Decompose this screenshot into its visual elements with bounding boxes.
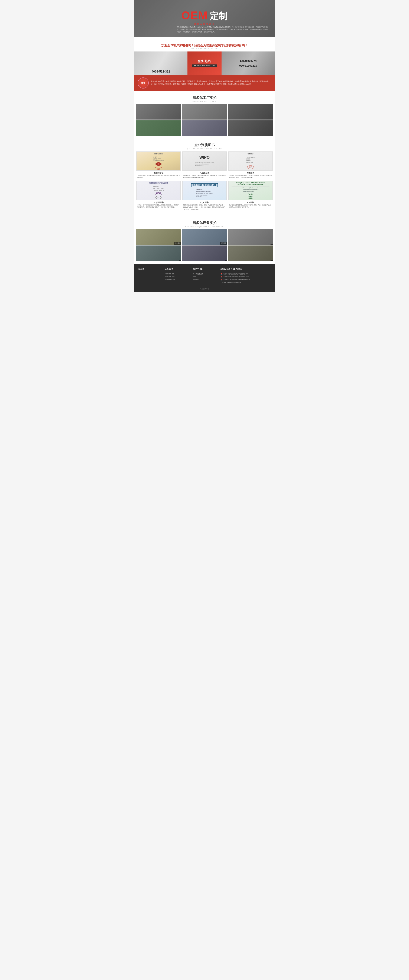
welcome-section: 欢迎全球客户来电咨询！我们会为您量身定制专业的功放和音响！ WELCOME TO… [134, 37, 275, 75]
cert-label-ma: 马德里证书 [200, 172, 209, 175]
phone-right-block: 13625816774 020-81301219 [222, 51, 275, 75]
footer-col-address: SERVICE ADDRESS 📍 门店1：杭州滨江区闸弄口路路线160号 📍 … [220, 268, 272, 284]
factory-img-placeholder-5 [182, 120, 227, 136]
phone-center-block: 服务热线 ☎ SERVICE HOTLINE [187, 51, 222, 75]
cert-ma-logo: WIPO [200, 155, 209, 160]
cert-divider-ma [185, 161, 224, 161]
cert-3c-body: 证书编号：申请人名称：麓多尔产品类型：音频产品 [153, 186, 164, 192]
cert-seal-icon: 印 [155, 162, 161, 166]
cert-card-ce: Guangdong Nuosuo & Electrical Science CE… [228, 181, 273, 211]
footer-phone-2[interactable]: 136-2581-8774 [165, 275, 191, 278]
cert-quality-title: 检测报告 [248, 153, 254, 155]
cert-cqc-body: Certificate No.:This is to certify that … [196, 189, 213, 198]
location-icon-2: 📍 [220, 275, 222, 278]
cert-divider [139, 156, 177, 156]
factory-image-1 [136, 104, 181, 119]
footer-service-2[interactable]: 评量 [193, 275, 218, 278]
company-banner: 金奖 麓多尔音频电子是一家大型跨国研发有限公司。公司起源于上世纪初90年代，经过… [134, 75, 275, 91]
factory-title-en: FACTORY PICTURES [134, 100, 275, 103]
phone-number-3: 020-81301219 [239, 63, 257, 68]
hotline-cn-text: 服务热线 [198, 59, 211, 63]
phone-number-1: 4008-521-321 [134, 70, 187, 73]
qualification-section: 企业资质证书 QUALIFICATION CERTIFICATE 商标注册证 注… [134, 139, 275, 216]
footer-company-name: 广州麓多音频电子制造有限公司 [220, 281, 272, 284]
equip-img-inner-6 [228, 245, 273, 261]
cert-trademark-title: 商标注册证 [154, 153, 163, 155]
equipment-title-en: FACTORY EQUIPMENT PICTURES [136, 226, 273, 228]
cert-label-3c: 3C认证证书 [153, 201, 164, 204]
equipment-title-cn: 麓多尔设备实拍 [136, 221, 273, 225]
footer-service-3[interactable]: 评量意见 [193, 278, 218, 281]
equipment-image-3 [228, 229, 273, 245]
cert-image-quality: 检测报告 产品名称：音频功放型号规格：检测依据：检测结论：合格 盖章 [228, 151, 273, 170]
footer-address-title: SERVICE ADDRESS [220, 268, 272, 271]
hero-section: OEM 定制 原始设备制造商 Original Equipment Manufa… [134, 0, 275, 37]
cert-row-1: 商标注册证 注册号：麓多尔 LOGO核定使用商品类别 印 评保春 商标注册证 《… [136, 151, 273, 179]
cert-image-trademark: 商标注册证 注册号：麓多尔 LOGO核定使用商品类别 印 评保春 [136, 151, 181, 170]
factory-image-2 [182, 104, 227, 119]
location-icon-1: 📍 [220, 272, 222, 275]
footer-nav-title: HOME [137, 268, 163, 271]
cert-3c-logo: CCC [155, 192, 162, 195]
qual-title-en: QUALIFICATION CERTIFICATE [136, 148, 273, 150]
cert-desc-trademark: 《商标注册证》是商标局授《商标注册》的具有注册商标专用权人法律凭证。 [136, 175, 181, 179]
cert-label-cqc: CQC证书 [200, 201, 209, 204]
cert-ce-company: Guangdong Nuosuo & Electrical Science [236, 182, 265, 184]
equip-label-5 [225, 260, 227, 261]
factory-image-3 [228, 104, 273, 119]
cert-ce-title: CERTIFICATE OF COMPLIANCE [238, 184, 264, 186]
phone-number-2: 13625816774 [239, 58, 257, 63]
cert-desc-ma: 马德里证书，即持有《国际注册马标志》的相关权利，由它能证明被国际协会国际积进行批… [182, 175, 227, 179]
cert-label-quality: 检测服务 [247, 172, 254, 175]
hero-en-text: Original Equipment Manufacturer [182, 26, 228, 29]
location-icon-3: 📍 [220, 278, 222, 281]
cert-cqc-logo: IEC TEST CERTIFICATE [191, 183, 217, 187]
cert-3c-stamp: 盖章 [155, 196, 161, 199]
hotline-en-text: ☎ SERVICE HOTLINE [192, 64, 217, 67]
factory-section: 麓多尔工厂实拍 FACTORY PICTURES [134, 91, 275, 139]
hero-oem-text: OEM [182, 9, 208, 21]
footer-phone-1[interactable]: 4008-521-321 [165, 272, 191, 275]
cert-stamp: 评保春 [155, 167, 162, 170]
equip-label-4 [179, 260, 181, 261]
cert-desc-ce: 麓多尔音频打造打进入欧洲认可证书（CE）认证，标志着产品已获得进入欧洲市场的通行… [228, 204, 273, 208]
equip-label-1: 专业重箱 [174, 242, 181, 245]
factory-image-4 [136, 120, 181, 136]
equip-label-3 [270, 244, 273, 245]
hero-subtitle: 原始设备制造商 [182, 22, 228, 26]
cert-ce-logo: CE [248, 192, 252, 196]
factory-image-6 [228, 120, 273, 136]
cert-label-ce: CE证书 [247, 201, 254, 204]
footer-address-1: 📍 门店1：杭州滨江区闸弄口路路线160号 [220, 272, 272, 275]
hero-content: OEM 定制 原始设备制造商 Original Equipment Manufa… [182, 9, 228, 29]
footer-address-2: 📍 门店2：杭州市翠苑路40号发展路107号 [220, 275, 272, 278]
welcome-subtitle: WELCOME TO CALL US [134, 48, 275, 50]
hero-cn-text: 定制 [209, 11, 227, 21]
cert-label-trademark: 商标注册证 [154, 172, 163, 175]
cert-card-ma: WIPO INTERNATIONAL REGISTRATIONCertifica… [182, 151, 227, 179]
factory-title-cn: 麓多尔工厂实拍 [134, 96, 275, 100]
equipment-image-1: 专业重箱 [136, 229, 181, 245]
footer-columns: HOME ABOUT 4008-521-321 136-2581-8774 02… [137, 268, 272, 284]
hotline-icon: ☎ [193, 65, 197, 67]
footer-phone-3[interactable]: 020-81301219 [165, 278, 191, 281]
cert-image-3c: 中国国家强制性产品认证证书 证书编号：申请人名称：麓多尔产品类型：音频产品 CC… [136, 181, 181, 200]
equip-label-2: 冲压测试 [220, 242, 227, 245]
equipment-image-2: 冲压测试 [182, 229, 227, 245]
equip-img-inner-5 [182, 245, 227, 261]
factory-grid [134, 104, 275, 139]
cert-divider-ce [232, 186, 270, 187]
cert-desc-3c: 3C认证，是中国实施对保护消费者人身安全和国家安全、加强产品质量管理、依照国家规… [136, 204, 181, 208]
equipment-image-6 [228, 245, 273, 261]
phone-right-numbers: 13625816774 020-81301219 [239, 58, 257, 68]
quality-stamp: 盖章 [247, 165, 254, 169]
cert-card-quality: 检测报告 产品名称：音频功放型号规格：检测依据：检测结论：合格 盖章 检测服务 … [228, 151, 273, 179]
ce-stamp: 盖章 [248, 196, 253, 199]
qual-title-cn: 企业资质证书 [136, 143, 273, 147]
cert-desc-quality: 产品出厂前的质量测量报告，为公司产品检测，是否各产品满足的相关标准，保证了产品质… [228, 175, 273, 179]
equipment-header: 麓多尔设备实拍 FACTORY EQUIPMENT PICTURES [136, 217, 273, 229]
footer-service-1[interactable]: 24小时完整服务 [193, 272, 218, 275]
qual-header: 企业资质证书 QUALIFICATION CERTIFICATE [136, 139, 273, 151]
cert-card-3c: 中国国家强制性产品认证证书 证书编号：申请人名称：麓多尔产品类型：音频产品 CC… [136, 181, 181, 211]
factory-header: 麓多尔工厂实拍 FACTORY PICTURES [134, 92, 275, 104]
